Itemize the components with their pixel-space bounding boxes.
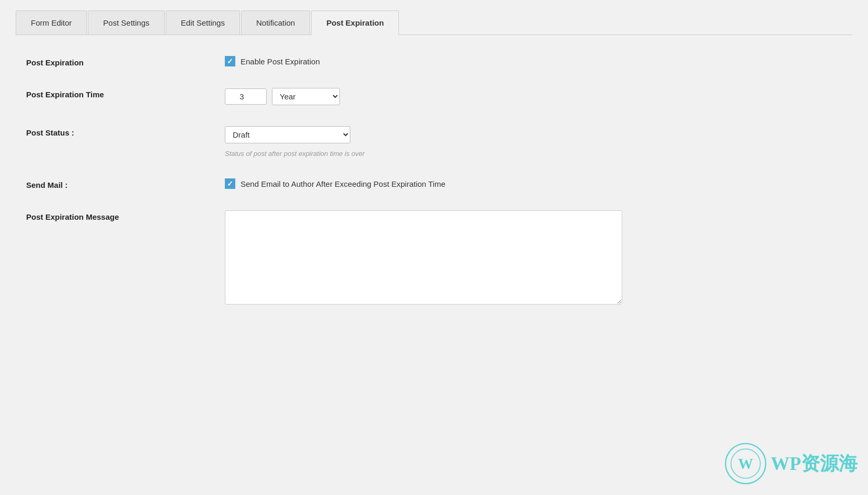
watermark: W WP资源海: [725, 443, 858, 485]
expiration-time-unit-select[interactable]: Minute Hour Day Week Month Year: [272, 88, 340, 105]
watermark-text: WP资源海: [771, 451, 858, 477]
post-expiration-time-control: Minute Hour Day Week Month Year: [225, 88, 842, 105]
expiration-time-number[interactable]: [225, 88, 267, 105]
post-expiration-label: Post Expiration: [26, 56, 225, 67]
post-status-hint: Status of post after post expiration tim…: [225, 150, 842, 158]
tab-post-expiration[interactable]: Post Expiration: [311, 10, 399, 35]
send-mail-checkbox-wrapper: ✓ Send Email to Author After Exceeding P…: [225, 178, 842, 189]
send-mail-row: Send Mail : ✓ Send Email to Author After…: [26, 178, 842, 189]
send-mail-control: ✓ Send Email to Author After Exceeding P…: [225, 178, 842, 189]
post-expiration-time-row: Post Expiration Time Minute Hour Day Wee…: [26, 88, 842, 105]
post-expiration-message-row: Post Expiration Message: [26, 210, 842, 305]
checkmark-icon: ✓: [227, 58, 233, 65]
send-mail-checkbox-label: Send Email to Author After Exceeding Pos…: [241, 179, 446, 188]
post-expiration-row: Post Expiration ✓ Enable Post Expiration: [26, 56, 842, 67]
post-status-label: Post Status :: [26, 126, 225, 137]
post-expiration-time-label: Post Expiration Time: [26, 88, 225, 99]
wordpress-logo-icon: W: [725, 443, 767, 485]
content-area: Post Expiration ✓ Enable Post Expiration…: [16, 35, 852, 346]
tab-bar: Form Editor Post Settings Edit Settings …: [16, 10, 852, 35]
send-mail-label: Send Mail :: [26, 178, 225, 189]
post-expiration-checkbox-wrapper: ✓ Enable Post Expiration: [225, 56, 842, 66]
post-expiration-control: ✓ Enable Post Expiration: [225, 56, 842, 66]
send-mail-checkbox[interactable]: ✓: [225, 178, 235, 189]
post-status-control: Draft Published Pending Private Status o…: [225, 126, 842, 158]
post-expiration-checkbox-label: Enable Post Expiration: [241, 57, 320, 66]
post-expiration-message-control: [225, 210, 842, 305]
post-expiration-checkbox[interactable]: ✓: [225, 56, 235, 66]
time-inputs-row: Minute Hour Day Week Month Year: [225, 88, 842, 105]
tab-form-editor[interactable]: Form Editor: [16, 10, 87, 35]
post-expiration-message-textarea[interactable]: [225, 210, 622, 305]
tab-notification[interactable]: Notification: [241, 10, 310, 35]
tab-post-settings[interactable]: Post Settings: [88, 10, 164, 35]
tab-edit-settings[interactable]: Edit Settings: [166, 10, 240, 35]
post-expiration-message-label: Post Expiration Message: [26, 210, 225, 221]
post-status-row: Post Status : Draft Published Pending Pr…: [26, 126, 842, 158]
svg-text:W: W: [738, 455, 753, 472]
checkmark-icon: ✓: [227, 180, 233, 187]
post-status-select[interactable]: Draft Published Pending Private: [225, 126, 350, 143]
